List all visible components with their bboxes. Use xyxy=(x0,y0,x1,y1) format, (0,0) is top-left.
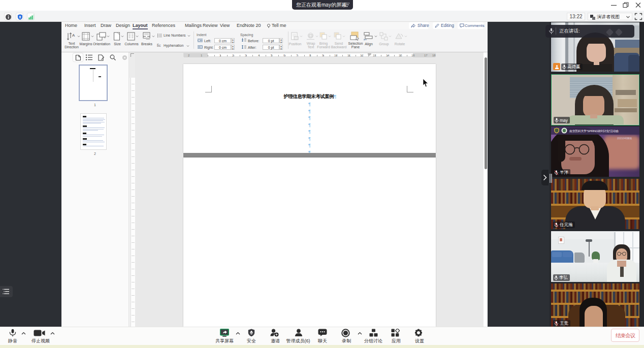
svg-text:b̅c: b̅c xyxy=(157,44,161,47)
svg-text:A: A xyxy=(72,33,75,38)
